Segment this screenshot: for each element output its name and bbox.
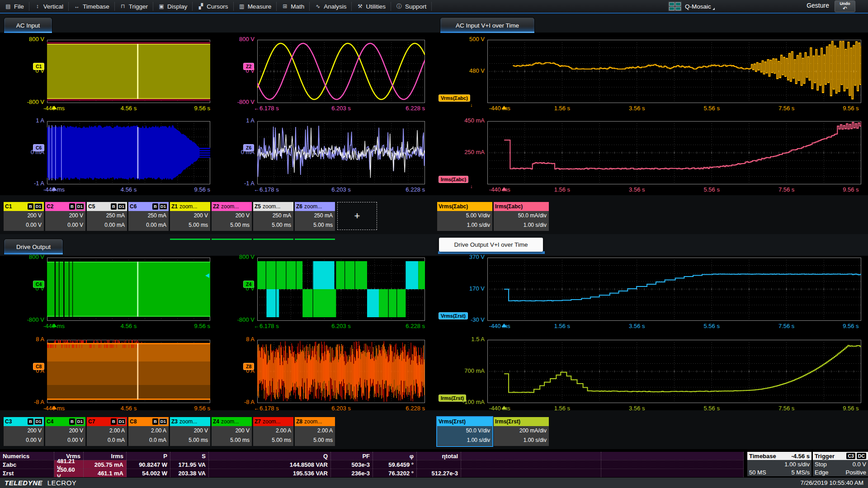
channel-badge-c1[interactable]: C1 [33, 63, 44, 70]
descriptor-c1[interactable]: C1BD1200 V0.00 V [4, 202, 44, 231]
grid-plot-z78[interactable] [257, 340, 425, 403]
numerics-header-cell-10 [601, 452, 744, 460]
channel-badge-z56[interactable]: Z6 [243, 144, 254, 151]
trigger-time-marker-irms_rst [501, 406, 507, 409]
teledyne-lecroy-logo: TELEDYNE LECROY [5, 479, 76, 487]
channel-badge-z34[interactable]: Z4 [243, 281, 254, 288]
y-axis-label-c6: 1 A [2, 117, 44, 124]
grid-plot-irms_rst[interactable] [487, 340, 861, 403]
function-badge-vrms_rst[interactable]: Vrms(Σrst) [439, 312, 468, 319]
descriptor-c2[interactable]: C2BD1200 V0.00 V [45, 202, 85, 231]
x-axis-label-z34: 6.203 s [331, 323, 351, 329]
timebase-title: Timebase [749, 453, 776, 460]
descriptor-z4[interactable]: Z4zoom...200 V5.00 ms [212, 417, 252, 446]
descriptor-strip-ac: C1BD1200 V0.00 VC2BD1200 V0.00 VC5BD1250… [0, 195, 868, 234]
menu-item-file[interactable]: ▤File [0, 2, 29, 11]
function-badge-vrms_abc[interactable]: Vrms(Σabc) [439, 94, 470, 102]
trigger-time-marker-vrms_abc [501, 106, 507, 109]
descriptor-z2[interactable]: Z2zoom...200 V5.00 ms [212, 202, 252, 231]
numerics-row-rst-cell-6: 236e-3 [331, 469, 373, 477]
descriptor-offset: 5.00 ms [295, 436, 335, 445]
menu-item-analysis[interactable]: ∿Analysis [310, 2, 352, 11]
trigger-time-marker-c1 [52, 106, 57, 109]
descriptor-z6[interactable]: Z6zoom...250 mA5.00 ms [295, 202, 335, 231]
menu-item-timebase[interactable]: ↔Timebase [69, 2, 115, 11]
numerics-row-rst-cell-8: 512.27e-3 [417, 469, 461, 477]
timebase-panel[interactable]: Timebase -4.56 s 1.00 s/div 50 MS 5 MS/s [747, 452, 811, 476]
descriptor-scale: 250 mA [295, 211, 335, 221]
menu-item-cursors[interactable]: ▞Cursors [193, 2, 233, 11]
descriptor-z1[interactable]: Z1zoom...200 V5.00 ms [170, 202, 210, 231]
channel-badge-z78[interactable]: Z8 [243, 363, 254, 370]
grid-plot-irms_abc[interactable] [487, 121, 861, 184]
descriptor-irmsrst[interactable]: Irms(Σrst)200 mA/div1.00 s/div [494, 417, 549, 446]
trigger-panel[interactable]: Trigger C3 DC Stop 0.0 V Edge Positive [813, 452, 868, 476]
bandwidth-badge: B [111, 418, 117, 425]
x-axis-label-irms_abc: 5.56 s [703, 186, 719, 193]
utilities-icon: ⚒ [357, 3, 363, 9]
channel-badge-c8[interactable]: C8 [33, 363, 44, 370]
descriptor-offset: 1.00 s/div [437, 436, 492, 445]
descriptor-c3[interactable]: C3BD1200 V0.00 V [4, 417, 44, 446]
bandwidth-badge: B [111, 203, 117, 210]
grid-plot-c6[interactable] [47, 121, 210, 184]
menu-item-utilities[interactable]: ⚒Utilities [352, 2, 391, 11]
menu: ▤File↕Vertical↔Timebase⊓Trigger▣Display▞… [0, 0, 868, 13]
grid-plot-vrms_rst[interactable] [487, 258, 861, 321]
decode-badge: D1 [34, 203, 42, 210]
y-axis-label-z56: -1 A [211, 180, 255, 187]
grid-plot-z56[interactable] [257, 121, 425, 184]
grid-plot-c4[interactable] [47, 258, 210, 321]
numerics-row-abc-cell-2: 205.75 mA [84, 460, 127, 469]
trigger-time-marker-vrms_rst [501, 324, 507, 327]
descriptor-c5[interactable]: C5BD1250 mA0.00 mA [87, 202, 127, 231]
menu-item-measure[interactable]: ▥Measure [234, 2, 277, 11]
function-badge-irms_rst[interactable]: Irms(Σrst) [439, 394, 466, 402]
bandwidth-badge: B [69, 418, 75, 425]
descriptor-c8[interactable]: C8BD12.00 A0.0 mA [128, 417, 169, 446]
descriptor-vrmsrst[interactable]: Vrms(Σrst)50.0 V/div1.00 s/div [437, 417, 492, 446]
x-axis-label-vrms_abc: 3.56 s [629, 105, 645, 112]
gesture-label[interactable]: Gesture [807, 2, 829, 9]
decode-badge: D1 [159, 418, 167, 425]
descriptor-c4[interactable]: C4BD1200 V0.00 V [45, 417, 85, 446]
channel-badge-c4[interactable]: C4 [33, 281, 44, 288]
x-axis-label-c6: 9.56 s [194, 186, 210, 193]
descriptor-z7[interactable]: Z7zoom...2.00 A5.00 ms [253, 417, 293, 446]
descriptor-c6[interactable]: C6BD1250 mA0.00 mA [128, 202, 169, 231]
grid-plot-z12[interactable] [257, 40, 425, 103]
x-axis-label-vrms_rst: 7.56 s [778, 323, 794, 329]
grid-plot-c8[interactable] [47, 340, 210, 403]
descriptor-z5[interactable]: Z5zoom...250 mA5.00 ms [253, 202, 293, 231]
grid-plot-c1[interactable] [47, 40, 210, 103]
channel-badge-c6[interactable]: C6 [33, 144, 44, 151]
x-axis-label-c6: 4.56 s [121, 186, 137, 193]
x-axis-label-vrms_rst: 9.56 s [843, 323, 859, 329]
menu-item-vertical[interactable]: ↕Vertical [29, 2, 69, 11]
y-axis-label-c4: 800 V [2, 253, 44, 260]
descriptor-irmsabc[interactable]: Irms(Σabc)50.0 mA/div1.00 s/div [494, 202, 549, 231]
descriptor-z8[interactable]: Z8zoom...2.00 A5.00 ms [295, 417, 335, 446]
grid-plot-z34[interactable] [257, 258, 425, 321]
menu-item-trigger[interactable]: ⊓Trigger [115, 2, 153, 11]
descriptor-scale: 200 V [170, 426, 210, 436]
descriptor-z3[interactable]: Z3zoom...200 V5.00 ms [170, 417, 210, 446]
descriptor-vrmsabc[interactable]: Vrms(Σabc)5.00 V/div1.00 s/div [437, 202, 492, 231]
grid-plot-vrms_abc[interactable] [487, 40, 861, 103]
undo-button[interactable]: Undo ↶ [835, 0, 855, 12]
support-icon: ⓘ [396, 3, 402, 10]
q-mosaic-button[interactable]: Q-Mosaic [668, 0, 715, 12]
math-icon: ⊞ [282, 3, 288, 9]
trigger-source-badge: C3 [846, 453, 855, 459]
descriptor-scale: 200 V [170, 211, 210, 221]
x-axis-label-irms_abc: 7.56 s [778, 186, 794, 193]
menu-item-support[interactable]: ⓘSupport [391, 2, 432, 11]
numerics-row-abc-cell-9 [461, 460, 601, 469]
menu-item-display[interactable]: ▣Display [153, 2, 193, 11]
function-badge-irms_abc[interactable]: Irms(Σabc) [439, 176, 468, 183]
menu-item-math[interactable]: ⊞Math [277, 2, 310, 11]
descriptor-c7[interactable]: C7BD12.00 A0.0 mA [87, 417, 127, 446]
add-trace-button[interactable]: + [337, 202, 377, 230]
channel-badge-z12[interactable]: Z2 [243, 63, 254, 70]
tab-drive-output-vi-over-time[interactable]: Drive Output V+I over Time [439, 238, 543, 252]
